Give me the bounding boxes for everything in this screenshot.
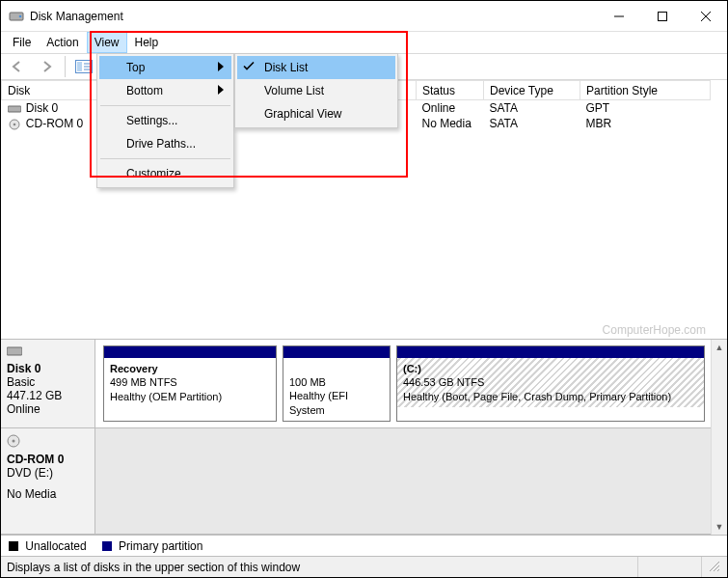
cell-status: No Media [417,116,484,131]
partition-c[interactable]: (C:) 446.53 GB NTFS Healthy (Boot, Page … [396,345,705,422]
disk0-info[interactable]: Disk 0 Basic 447.12 GB Online [1,340,95,427]
svg-rect-3 [658,12,666,20]
cdrom-icon [7,434,89,451]
scroll-up-icon: ▲ [715,340,724,355]
swatch-navy [102,541,112,551]
menu-item-drive-paths[interactable]: Drive Paths... [99,132,231,155]
submenu-item-graphical-view[interactable]: Graphical View [237,102,395,125]
cdrom-status: No Media [7,487,89,501]
svg-point-16 [13,440,15,443]
top-submenu-popup: Disk List Volume List Graphical View [234,53,398,128]
titlebar: Disk Management [1,1,727,32]
menu-item-label: Graphical View [264,107,341,121]
menu-action[interactable]: Action [39,32,86,53]
resize-grip[interactable] [708,560,721,574]
chevron-right-icon [218,61,224,74]
chevron-right-icon [218,84,224,97]
partition-efi[interactable]: 100 MB Healthy (EFI System [283,345,391,422]
menu-item-label: Bottom [126,84,163,97]
svg-rect-7 [77,62,82,71]
window: Disk Management File Action View Help [0,0,728,578]
statusbar: Displays a list of disks in the upper se… [1,556,727,577]
menu-item-label: Settings... [126,114,177,127]
graphical-pane: Disk 0 Basic 447.12 GB Online Recovery 4… [1,339,727,535]
part-title: (C:) [403,362,698,375]
legend-unallocated-label: Unallocated [25,539,86,553]
part-title: Recovery [110,362,270,375]
maximize-button[interactable] [640,2,684,31]
cdrom-type: DVD (E:) [7,466,89,480]
check-icon [243,61,255,75]
disk0-title: Disk 0 [7,362,89,375]
part-line2: Healthy (OEM Partition) [110,390,270,403]
cell-partition-style: GPT [580,100,711,117]
menu-item-top[interactable]: Top [99,56,231,79]
legend-primary: Primary partition [102,539,203,553]
cdrom-title: CD-ROM 0 [7,453,89,466]
partition-recovery[interactable]: Recovery 499 MB NTFS Healthy (OEM Partit… [103,345,277,422]
part-line1: 100 MB [289,375,384,389]
cell-name: CD-ROM 0 [26,117,83,130]
svg-rect-11 [8,106,21,112]
svg-point-1 [19,14,22,17]
svg-point-13 [13,124,15,126]
close-button[interactable] [684,2,727,31]
menu-separator [100,105,230,106]
menu-view[interactable]: View [87,32,127,53]
svg-line-19 [717,569,719,571]
svg-rect-14 [7,347,22,355]
part-line2: Healthy (Boot, Page File, Crash Dump, Pr… [403,390,698,403]
col-partition-style[interactable]: Partition Style [580,81,711,100]
watermark: ComputerHope.com [603,323,706,337]
vertical-scrollbar[interactable]: ▲ ▼ [711,340,727,535]
menu-item-bottom[interactable]: Bottom [99,79,231,102]
menu-item-label: Top [126,61,145,74]
app-icon [9,9,24,24]
menu-item-customize[interactable]: Customize... [99,162,231,185]
toolbar-divider [65,56,66,77]
menu-item-label: Customize... [126,167,191,180]
legend-unallocated: Unallocated [9,539,87,553]
status-text: Displays a list of disks in the upper se… [7,557,638,577]
part-line1: 499 MB NTFS [110,375,270,389]
menu-help[interactable]: Help [127,32,167,53]
submenu-item-volume-list[interactable]: Volume List [237,79,395,102]
window-title: Disk Management [30,10,123,23]
legend-primary-label: Primary partition [119,539,202,553]
cell-device-type: SATA [484,116,580,131]
submenu-item-disk-list[interactable]: Disk List [237,56,395,79]
disk0-size: 447.12 GB [7,389,89,402]
menu-file[interactable]: File [5,32,39,53]
graphical-row-disk0: Disk 0 Basic 447.12 GB Online Recovery 4… [1,340,711,428]
disk0-type: Basic [7,375,89,389]
partition-header-bar [397,346,704,358]
back-button[interactable] [7,56,28,77]
scroll-down-icon: ▼ [715,519,724,535]
menu-item-label: Disk List [264,61,308,74]
part-line1: 446.53 GB NTFS [403,375,698,389]
view-menu-popup: Top Bottom Settings... Drive Paths... Cu… [96,53,234,188]
forward-button[interactable] [36,56,57,77]
cell-name: Disk 0 [26,101,58,115]
swatch-black [9,541,18,551]
graphical-row-cdrom: CD-ROM 0 DVD (E:) No Media [1,428,711,535]
menu-item-settings[interactable]: Settings... [99,109,231,132]
col-status[interactable]: Status [417,81,484,100]
cell-device-type: SATA [484,100,580,117]
partition-header-bar [104,346,276,358]
disk-icon [7,345,89,360]
cdrom-icon [8,119,21,130]
minimize-button[interactable] [597,2,640,31]
show-hide-console-tree-button[interactable] [73,56,94,77]
part-line2: Healthy (EFI System [289,389,384,417]
menu-separator [100,158,230,159]
cell-status: Online [417,100,484,117]
col-device-type[interactable]: Device Type [484,81,580,100]
partition-header-bar [283,346,390,358]
status-cell-2 [644,557,702,577]
menu-item-label: Volume List [264,84,324,97]
cdrom-info[interactable]: CD-ROM 0 DVD (E:) No Media [1,428,95,534]
menu-item-label: Drive Paths... [126,137,196,151]
disk0-status: Online [7,402,89,416]
disk-icon [8,103,21,115]
